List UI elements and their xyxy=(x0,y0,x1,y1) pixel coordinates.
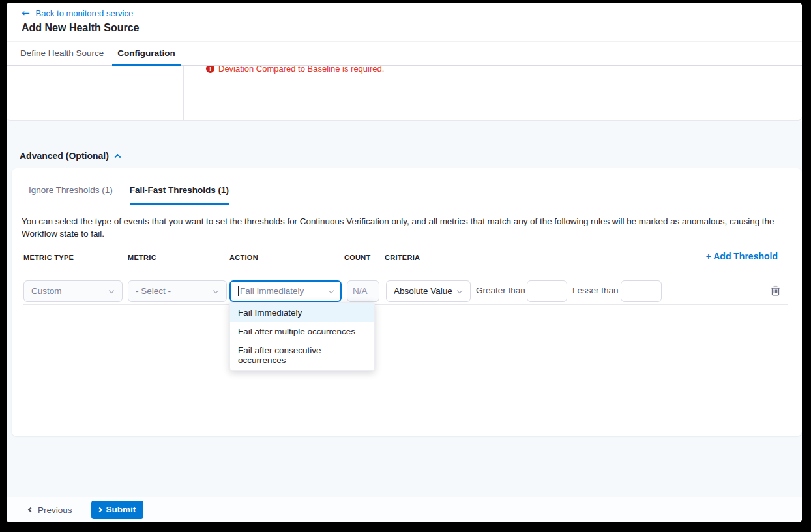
text-cursor xyxy=(238,286,239,296)
back-to-monitored-service-link[interactable]: ← Back to monitored service xyxy=(22,8,133,18)
chevron-down-icon xyxy=(213,288,218,293)
thresholds-description: You can select the type of events that y… xyxy=(22,215,789,240)
tab-ignore-thresholds[interactable]: Ignore Thresholds (1) xyxy=(29,185,113,205)
dropdown-option-fail-after-multiple[interactable]: Fail after multiple occurrences xyxy=(230,322,374,341)
action-dropdown-menu: Fail Immediately Fail after multiple occ… xyxy=(229,302,375,371)
action-value: Fail Immediately xyxy=(240,286,304,296)
column-header-metric-type: METRIC TYPE xyxy=(23,254,74,261)
dropdown-option-fail-immediately[interactable]: Fail Immediately xyxy=(230,303,374,322)
greater-than-input[interactable] xyxy=(527,280,567,302)
dialog-header: ← Back to monitored service Add New Heal… xyxy=(7,3,802,42)
advanced-optional-toggle[interactable]: Advanced (Optional) xyxy=(20,151,120,161)
count-input[interactable] xyxy=(347,280,379,302)
threshold-row: Custom - Select - Fail Immediately Absol… xyxy=(12,280,802,302)
submit-label: Submit xyxy=(106,505,136,514)
tab-fail-fast-thresholds[interactable]: Fail-Fast Thresholds (1) xyxy=(130,185,229,205)
back-arrow-icon: ← xyxy=(22,9,30,18)
main-tab-bar: Define Health Source Configuration xyxy=(7,42,802,66)
row-divider xyxy=(23,304,788,305)
column-header-count: COUNT xyxy=(344,254,371,261)
configuration-left-pane xyxy=(7,66,184,120)
advanced-optional-label: Advanced (Optional) xyxy=(20,151,109,161)
footer-bar: Previous Submit xyxy=(7,497,802,522)
previous-label: Previous xyxy=(38,505,72,515)
chevron-up-icon xyxy=(114,153,121,160)
metric-select[interactable]: - Select - xyxy=(128,280,227,302)
criteria-value: Absolute Value xyxy=(394,286,452,296)
trash-icon xyxy=(770,285,781,297)
error-icon: ! xyxy=(206,66,214,73)
advanced-thresholds-card: Ignore Thresholds (1) Fail-Fast Threshol… xyxy=(12,168,802,436)
previous-button[interactable]: Previous xyxy=(29,505,72,515)
thresholds-tab-bar: Ignore Thresholds (1) Fail-Fast Threshol… xyxy=(29,185,229,205)
metric-type-value: Custom xyxy=(31,286,62,296)
configuration-panel: ! Deviation Compared to Baseline is requ… xyxy=(7,66,802,121)
tab-define-health-source[interactable]: Define Health Source xyxy=(15,42,109,66)
add-threshold-button[interactable]: + Add Threshold xyxy=(706,251,778,261)
lesser-than-label: Lesser than xyxy=(572,286,619,295)
column-header-criteria: CRITERIA xyxy=(385,254,420,261)
column-header-action: ACTION xyxy=(229,254,258,261)
chevron-down-icon xyxy=(109,288,114,293)
dropdown-option-fail-after-consecutive[interactable]: Fail after consecutive occurrences xyxy=(230,341,374,370)
page-title: Add New Health Source xyxy=(22,22,139,34)
tab-configuration[interactable]: Configuration xyxy=(112,42,180,66)
metric-value: - Select - xyxy=(136,286,171,296)
column-header-metric: METRIC xyxy=(128,254,156,261)
lesser-than-input[interactable] xyxy=(621,280,662,302)
greater-than-label: Greater than xyxy=(476,286,525,295)
chevron-down-icon xyxy=(329,288,334,293)
error-message: Deviation Compared to Baseline is requir… xyxy=(218,66,384,74)
add-health-source-dialog: ← Back to monitored service Add New Heal… xyxy=(7,3,802,522)
submit-button[interactable]: Submit xyxy=(91,501,144,519)
chevron-right-icon xyxy=(96,507,102,512)
chevron-down-icon xyxy=(457,288,462,293)
chevron-left-icon xyxy=(28,507,33,512)
action-select[interactable]: Fail Immediately xyxy=(229,280,342,302)
delete-threshold-button[interactable] xyxy=(769,285,782,298)
validation-error: ! Deviation Compared to Baseline is requ… xyxy=(206,66,384,74)
metric-type-select[interactable]: Custom xyxy=(23,280,123,302)
criteria-select[interactable]: Absolute Value xyxy=(386,280,471,302)
back-link-label: Back to monitored service xyxy=(36,8,134,18)
